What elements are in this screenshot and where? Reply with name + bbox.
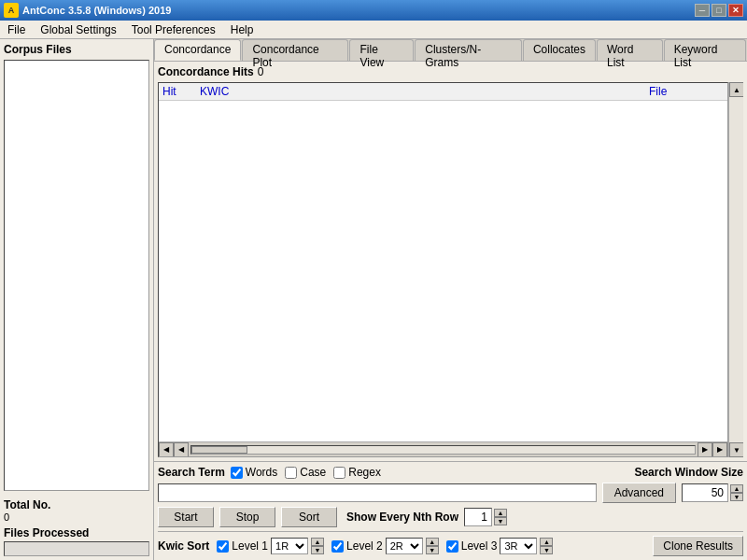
level2-select[interactable]: 2R1L1R2L — [386, 538, 423, 554]
tab-keyword-list[interactable]: Keyword List — [664, 39, 746, 61]
menu-file[interactable]: File — [0, 21, 33, 38]
regex-checkbox[interactable] — [333, 467, 345, 479]
search-term-row: Search Term Words Case Regex Sear — [158, 466, 743, 479]
concordance-area: Concordance Hits 0 Hit KWIC File ◀ ◀ — [154, 62, 747, 461]
menu-help[interactable]: Help — [223, 21, 261, 38]
search-input-row: Advanced ▲ ▼ — [158, 483, 743, 503]
level1-down-btn[interactable]: ▼ — [311, 546, 324, 554]
scroll-left-btn[interactable]: ◀ — [159, 442, 174, 457]
total-no-value: 0 — [4, 511, 149, 523]
col-hit-header: Hit — [162, 85, 200, 98]
level1-spinner: ▲ ▼ — [311, 538, 324, 554]
level1-label: Level 1 — [232, 539, 268, 553]
scroll-right2-btn[interactable]: ▶ — [712, 442, 727, 457]
nth-spinner: ▲ ▼ — [494, 509, 507, 525]
search-term-label: Search Term — [158, 466, 225, 479]
table-header: Hit KWIC File — [159, 83, 727, 101]
scroll-up-btn[interactable]: ▲ — [729, 82, 743, 97]
stop-button[interactable]: Stop — [219, 507, 275, 527]
menu-global-settings[interactable]: Global Settings — [33, 21, 123, 38]
search-input[interactable] — [158, 483, 597, 502]
sidebar: Corpus Files Total No. 0 Files Processed — [0, 39, 154, 560]
level3-spinner: ▲ ▼ — [540, 538, 553, 554]
concordance-table: Hit KWIC File ◀ ◀ ▶ ▶ — [158, 82, 728, 457]
maximize-button[interactable]: □ — [712, 4, 726, 17]
case-checkbox[interactable] — [285, 467, 297, 479]
regex-checkbox-item[interactable]: Regex — [333, 466, 381, 479]
title-bar: A AntConc 3.5.8 (Windows) 2019 ─ □ ✕ — [0, 0, 747, 21]
app-title: AntConc 3.5.8 (Windows) 2019 — [22, 5, 171, 16]
search-window-down-btn[interactable]: ▼ — [730, 493, 743, 501]
level1-group[interactable]: Level 1 1R1L2R2L ▲ ▼ — [217, 538, 324, 554]
nth-input-group: ▲ ▼ — [464, 508, 507, 526]
minimize-button[interactable]: ─ — [695, 4, 710, 17]
level2-down-btn[interactable]: ▼ — [426, 546, 439, 554]
tab-file-view[interactable]: File View — [349, 39, 414, 61]
main-container: Corpus Files Total No. 0 Files Processed… — [0, 39, 747, 560]
level1-select[interactable]: 1R1L2R2L — [271, 538, 308, 554]
words-checkbox-item[interactable]: Words — [231, 466, 277, 479]
level2-spinner: ▲ ▼ — [426, 538, 439, 554]
tab-collocates[interactable]: Collocates — [523, 39, 596, 61]
menu-tool-preferences[interactable]: Tool Preferences — [124, 21, 223, 38]
level2-group[interactable]: Level 2 2R1L1R2L ▲ ▼ — [331, 538, 439, 554]
sort-button[interactable]: Sort — [281, 507, 337, 527]
tab-word-list[interactable]: Word List — [597, 39, 663, 61]
title-bar-left: A AntConc 3.5.8 (Windows) 2019 — [4, 3, 171, 18]
col-kwic-header: KWIC — [200, 85, 649, 98]
scroll-track — [729, 97, 743, 442]
scroll-left2-btn[interactable]: ◀ — [174, 442, 189, 457]
tab-concordance-plot[interactable]: Concordance Plot — [242, 39, 348, 61]
tab-concordance[interactable]: Concordance — [154, 39, 241, 61]
level2-label: Level 2 — [346, 539, 383, 553]
total-no-label: Total No. — [4, 498, 149, 511]
show-nth-label: Show Every Nth Row — [346, 511, 458, 524]
files-processed-label: Files Processed — [4, 526, 149, 539]
checkbox-group: Words Case Regex — [231, 466, 627, 479]
level3-down-btn[interactable]: ▼ — [540, 546, 553, 554]
concordance-hits-bar: Concordance Hits 0 — [158, 65, 743, 78]
level3-checkbox[interactable] — [446, 540, 458, 553]
regex-label: Regex — [348, 466, 381, 479]
vertical-scrollbar: ▲ ▼ — [728, 82, 743, 457]
case-label: Case — [300, 466, 326, 479]
level3-up-btn[interactable]: ▲ — [540, 538, 553, 546]
search-window-size-input[interactable] — [682, 483, 728, 502]
col-file-header: File — [649, 85, 724, 98]
nth-up-btn[interactable]: ▲ — [494, 509, 507, 517]
nth-down-btn[interactable]: ▼ — [494, 517, 507, 525]
words-label: Words — [246, 466, 277, 479]
files-processed-progress — [4, 541, 149, 556]
corpus-file-list — [4, 60, 149, 491]
nth-row-input[interactable] — [464, 508, 492, 526]
search-window-up-btn[interactable]: ▲ — [730, 484, 743, 493]
advanced-button[interactable]: Advanced — [602, 483, 676, 503]
tab-clusters-ngrams[interactable]: Clusters/N-Grams — [415, 39, 522, 61]
sidebar-title: Corpus Files — [4, 43, 149, 56]
start-button[interactable]: Start — [158, 507, 214, 527]
level3-select[interactable]: 3R1L1R2R — [500, 538, 537, 554]
concordance-hits-label: Concordance Hits — [158, 65, 254, 78]
tab-bar: Concordance Concordance Plot File View C… — [154, 39, 747, 62]
kwic-sort-section: Kwic Sort Level 1 1R1L2R2L ▲ ▼ Level 2 — [158, 531, 743, 556]
app-icon: A — [4, 3, 19, 18]
close-button[interactable]: ✕ — [728, 4, 743, 17]
search-window-spinner: ▲ ▼ — [730, 484, 743, 501]
scroll-right-btn[interactable]: ▶ — [698, 442, 712, 457]
search-area: Search Term Words Case Regex Sear — [154, 461, 747, 560]
scroll-down-btn[interactable]: ▼ — [729, 442, 743, 457]
level2-checkbox[interactable] — [331, 540, 344, 553]
level3-group[interactable]: Level 3 3R1L1R2R ▲ ▼ — [446, 538, 554, 554]
title-bar-controls[interactable]: ─ □ ✕ — [695, 4, 743, 17]
clone-results-button[interactable]: Clone Results — [653, 536, 743, 556]
words-checkbox[interactable] — [231, 467, 243, 479]
case-checkbox-item[interactable]: Case — [285, 466, 326, 479]
level1-up-btn[interactable]: ▲ — [311, 538, 324, 546]
level1-checkbox[interactable] — [217, 540, 229, 553]
search-window-size-label: Search Window Size — [634, 466, 743, 479]
level2-up-btn[interactable]: ▲ — [426, 538, 439, 546]
table-body — [159, 101, 727, 441]
concordance-hits-value: 0 — [258, 65, 264, 78]
level3-label: Level 3 — [461, 539, 498, 553]
sidebar-footer: Total No. 0 Files Processed — [4, 498, 149, 556]
